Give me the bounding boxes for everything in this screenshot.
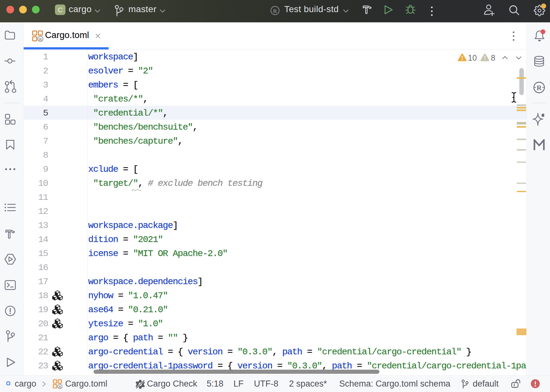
svg-text:R: R (39, 37, 42, 41)
svg-text:R: R (537, 84, 542, 92)
svg-text:R: R (273, 8, 277, 14)
svg-text:R: R (59, 385, 61, 388)
